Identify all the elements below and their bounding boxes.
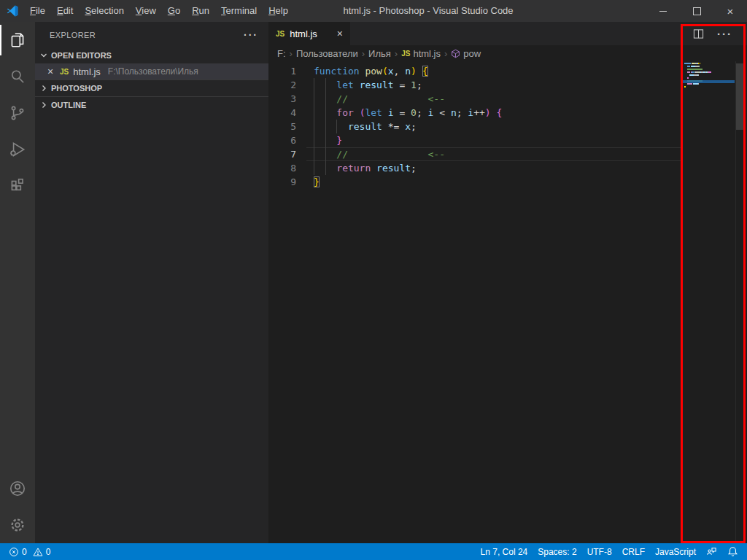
tab-htmljs[interactable]: JS html.js × — [268, 22, 350, 45]
window-title: html.js - Photoshop - Visual Studio Code — [241, 0, 616, 22]
indent-guide-icon — [325, 147, 326, 161]
code-line-7[interactable]: 7 // <-- — [268, 147, 681, 161]
menu-run[interactable]: Run — [186, 0, 215, 22]
code-line-9[interactable]: 9} — [268, 175, 681, 189]
menu-help[interactable]: Help — [263, 0, 294, 22]
more-actions-icon[interactable]: ··· — [717, 28, 732, 40]
breadcrumb-folder[interactable]: Илья — [368, 48, 391, 59]
chevron-down-icon — [38, 50, 50, 61]
minimap-line — [684, 74, 734, 76]
code-text[interactable]: let result = 1; — [306, 78, 681, 92]
feedback-icon[interactable] — [701, 546, 722, 557]
breadcrumb-folder[interactable]: Пользователи — [296, 48, 358, 59]
code-line-2[interactable]: 2 let result = 1; — [268, 78, 681, 92]
status-left: 0 0 — [7, 547, 52, 557]
indent-guide-icon — [314, 147, 314, 161]
indent-guide-icon — [314, 161, 314, 175]
breadcrumb-separator: › — [444, 48, 447, 59]
maximize-button[interactable] — [680, 0, 713, 22]
source-control-icon — [8, 104, 27, 122]
code-text[interactable]: // <-- — [306, 92, 681, 106]
breadcrumb-drive[interactable]: F: — [277, 48, 286, 59]
menu-selection[interactable]: Selection — [79, 0, 129, 22]
sidebar-title: EXPLORER — [50, 31, 96, 39]
run-debug-icon — [8, 140, 27, 159]
window-controls: × — [646, 0, 747, 22]
open-editor-item[interactable]: × JS html.js F:\Пользователи\Илья — [35, 63, 268, 79]
menubar: FileEditSelectionViewGoRunTerminalHelp — [24, 0, 294, 22]
vertical-scrollbar[interactable] — [736, 63, 746, 130]
breadcrumb-symbol-pow[interactable]: pow — [451, 48, 481, 59]
notifications-bell-icon[interactable] — [722, 546, 740, 557]
language-mode[interactable]: JavaScript — [650, 547, 701, 557]
extensions-icon — [8, 176, 27, 195]
menu-terminal[interactable]: Terminal — [215, 0, 263, 22]
chevron-right-icon — [38, 82, 50, 94]
indent-guide-icon — [325, 120, 326, 133]
code-text[interactable]: result *= x; — [306, 120, 681, 133]
close-button[interactable]: × — [713, 0, 747, 22]
vscode-logo — [7, 5, 18, 17]
code-line-8[interactable]: 8 return result; — [268, 161, 681, 175]
section-open-editors[interactable]: OPEN EDITORS — [35, 47, 268, 63]
js-file-icon: JS — [276, 30, 285, 38]
code-text[interactable]: // <-- — [306, 147, 681, 161]
indent-guide-icon — [325, 161, 326, 175]
error-count: 0 — [22, 547, 27, 557]
menu-go[interactable]: Go — [162, 0, 186, 22]
code-text[interactable]: function pow(x, n) { — [306, 64, 681, 78]
section-label: OPEN EDITORS — [51, 51, 112, 60]
code-line-1[interactable]: 1function pow(x, n) { — [268, 64, 681, 78]
section-label: PHOTOSHOP — [51, 84, 102, 93]
sidebar-header: EXPLORER ··· — [35, 22, 268, 47]
code-text[interactable]: for (let i = 0; i < n; i++) { — [306, 106, 681, 120]
minimize-button[interactable] — [646, 0, 680, 22]
tab-close-icon[interactable]: × — [337, 28, 343, 39]
indent-guide-icon — [336, 120, 337, 133]
title-bar: FileEditSelectionViewGoRunTerminalHelp h… — [0, 0, 747, 22]
code-text[interactable]: return result; — [306, 161, 681, 175]
section-outline[interactable]: OUTLINE — [35, 96, 268, 113]
code-line-6[interactable]: 6 } — [268, 133, 681, 147]
minimap-line — [684, 86, 734, 88]
code-line-4[interactable]: 4 for (let i = 0; i < n; i++) { — [268, 106, 681, 120]
split-editor-icon[interactable] — [693, 28, 704, 39]
problems-indicator[interactable]: 0 0 — [7, 547, 52, 557]
status-right: Ln 7, Col 24 Spaces: 2 UTF-8 CRLF JavaSc… — [476, 546, 740, 557]
eol-status[interactable]: CRLF — [617, 547, 650, 557]
activitybar-source-control[interactable] — [0, 95, 35, 131]
encoding-status[interactable]: UTF-8 — [582, 547, 617, 557]
breadcrumb-file[interactable]: JS html.js — [401, 48, 441, 59]
symbol-module-icon — [451, 49, 460, 58]
menu-edit[interactable]: Edit — [51, 0, 79, 22]
minimap-line — [684, 69, 734, 70]
code-line-5[interactable]: 5 result *= x; — [268, 120, 681, 133]
menu-file[interactable]: File — [24, 0, 51, 22]
activitybar-extensions[interactable] — [0, 168, 35, 204]
section-photoshop[interactable]: PHOTOSHOP — [35, 79, 268, 96]
chevron-right-icon — [38, 99, 50, 111]
account-icon — [8, 479, 27, 498]
code-text[interactable]: } — [306, 175, 681, 189]
menu-view[interactable]: View — [130, 0, 162, 22]
indentation-status[interactable]: Spaces: 2 — [533, 547, 581, 557]
line-number: 7 — [268, 147, 306, 161]
scrollbar-rail — [735, 61, 736, 543]
cursor-position[interactable]: Ln 7, Col 24 — [476, 547, 533, 557]
activitybar-search[interactable] — [0, 58, 35, 95]
js-file-icon: JS — [60, 68, 69, 76]
minimap-line — [684, 83, 734, 85]
activitybar-explorer[interactable] — [0, 22, 35, 58]
minimap-line — [684, 63, 734, 64]
activitybar-settings[interactable] — [0, 507, 35, 543]
code-line-3[interactable]: 3 // <-- — [268, 92, 681, 106]
code-text[interactable]: } — [306, 133, 681, 147]
line-number: 6 — [268, 133, 306, 147]
activitybar-run-debug[interactable] — [0, 131, 35, 168]
open-editor-path: F:\Пользователи\Илья — [108, 66, 198, 77]
activitybar-account[interactable] — [0, 470, 35, 507]
activitybar-bottom — [0, 470, 35, 543]
close-icon[interactable]: × — [45, 66, 55, 77]
minimap[interactable] — [683, 63, 734, 209]
sidebar-more-actions[interactable]: ··· — [244, 29, 258, 41]
